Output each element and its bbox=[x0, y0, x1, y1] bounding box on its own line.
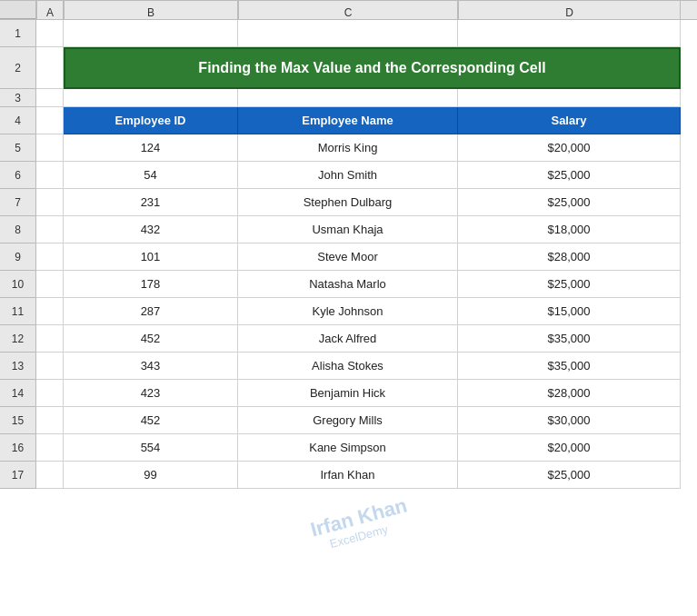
cell-c3[interactable] bbox=[238, 89, 458, 107]
row-header-8: 8 bbox=[0, 216, 36, 243]
cell-c8-name[interactable]: Usman Khaja bbox=[238, 216, 458, 243]
cell-d12-salary[interactable]: $35,000 bbox=[458, 325, 681, 353]
cell-a9[interactable] bbox=[36, 243, 64, 271]
cell-b13-id[interactable]: 343 bbox=[64, 353, 238, 380]
col-header-c: C bbox=[238, 1, 458, 21]
row-header-6: 6 bbox=[0, 162, 36, 189]
cell-b8-id[interactable]: 432 bbox=[64, 216, 238, 243]
grid-row-1 bbox=[36, 20, 697, 47]
cell-b16-id[interactable]: 554 bbox=[64, 434, 238, 462]
cell-c14-name[interactable]: Benjamin Hick bbox=[238, 380, 458, 407]
cell-a11[interactable] bbox=[36, 298, 64, 325]
col-header-b: B bbox=[64, 1, 238, 21]
grid-row-11: 287 Kyle Johnson $15,000 bbox=[36, 298, 697, 325]
cell-c16-name[interactable]: Kane Simpson bbox=[238, 434, 458, 462]
grid-row-14: 423 Benjamin Hick $28,000 bbox=[36, 380, 697, 407]
cell-d13-salary[interactable]: $35,000 bbox=[458, 353, 681, 380]
cell-d17-salary[interactable]: $25,000 bbox=[458, 462, 681, 489]
cell-c9-name[interactable]: Steve Moor bbox=[238, 243, 458, 271]
cell-b5-id[interactable]: 124 bbox=[64, 134, 238, 162]
data-grid: Finding the Max Value and the Correspond… bbox=[36, 20, 697, 489]
cell-a15[interactable] bbox=[36, 407, 64, 434]
cell-d11-salary[interactable]: $15,000 bbox=[458, 298, 681, 325]
cell-b11-id[interactable]: 287 bbox=[64, 298, 238, 325]
title-merged-cell: Finding the Max Value and the Correspond… bbox=[64, 47, 681, 89]
cell-a13[interactable] bbox=[36, 353, 64, 380]
cell-b10-id[interactable]: 178 bbox=[64, 271, 238, 298]
cell-c12-name[interactable]: Jack Alfred bbox=[238, 325, 458, 353]
cell-c1[interactable] bbox=[238, 20, 458, 47]
cell-d1[interactable] bbox=[458, 20, 681, 47]
cell-a1[interactable] bbox=[36, 20, 64, 47]
cell-d8-salary[interactable]: $18,000 bbox=[458, 216, 681, 243]
row-header-17: 17 bbox=[0, 462, 36, 489]
cell-b1[interactable] bbox=[64, 20, 238, 47]
cell-b14-id[interactable]: 423 bbox=[64, 380, 238, 407]
cell-c7-name[interactable]: Stephen Dulbarg bbox=[238, 189, 458, 216]
watermark: Irfan Khan ExcelDemy bbox=[309, 506, 408, 543]
grid-row-3 bbox=[36, 89, 697, 107]
row-header-4: 4 bbox=[0, 107, 36, 134]
cell-a3[interactable] bbox=[36, 89, 64, 107]
cell-a4[interactable] bbox=[36, 107, 64, 134]
cell-b3[interactable] bbox=[64, 89, 238, 107]
corner-cell bbox=[0, 1, 36, 19]
cell-a2[interactable] bbox=[36, 47, 64, 89]
cell-d6-salary[interactable]: $25,000 bbox=[458, 162, 681, 189]
cell-d14-salary[interactable]: $28,000 bbox=[458, 380, 681, 407]
row-header-7: 7 bbox=[0, 189, 36, 216]
data-rows: 124 Morris King $20,000 54 John Smith $2… bbox=[36, 134, 697, 489]
cell-d15-salary[interactable]: $30,000 bbox=[458, 407, 681, 434]
cell-c5-name[interactable]: Morris King bbox=[238, 134, 458, 162]
col-header-employee-id: Employee ID bbox=[64, 107, 238, 134]
grid-row-7: 231 Stephen Dulbarg $25,000 bbox=[36, 189, 697, 216]
cell-b7-id[interactable]: 231 bbox=[64, 189, 238, 216]
cell-b6-id[interactable]: 54 bbox=[64, 162, 238, 189]
cell-a17[interactable] bbox=[36, 462, 64, 489]
cell-d7-salary[interactable]: $25,000 bbox=[458, 189, 681, 216]
row-header-10: 10 bbox=[0, 271, 36, 298]
cell-a12[interactable] bbox=[36, 325, 64, 353]
cell-d16-salary[interactable]: $20,000 bbox=[458, 434, 681, 462]
row-header-1: 1 bbox=[0, 20, 36, 47]
row-headers: 1 2 3 4 5 6 7 8 9 10 11 12 13 14 15 16 1… bbox=[0, 20, 36, 489]
cell-a6[interactable] bbox=[36, 162, 64, 189]
grid-row-12: 452 Jack Alfred $35,000 bbox=[36, 325, 697, 353]
cell-c10-name[interactable]: Natasha Marlo bbox=[238, 271, 458, 298]
cell-c15-name[interactable]: Gregory Mills bbox=[238, 407, 458, 434]
col-header-a: A bbox=[36, 1, 64, 21]
row-header-16: 16 bbox=[0, 434, 36, 462]
cell-d5-salary[interactable]: $20,000 bbox=[458, 134, 681, 162]
row-header-5: 5 bbox=[0, 134, 36, 162]
row-header-15: 15 bbox=[0, 407, 36, 434]
cell-a16[interactable] bbox=[36, 434, 64, 462]
cell-d3[interactable] bbox=[458, 89, 681, 107]
header-employee-id-label: Employee ID bbox=[115, 114, 185, 127]
header-employee-name-label: Employee Name bbox=[302, 114, 393, 127]
cell-a14[interactable] bbox=[36, 380, 64, 407]
cell-b17-id[interactable]: 99 bbox=[64, 462, 238, 489]
row-header-9: 9 bbox=[0, 243, 36, 271]
cell-a10[interactable] bbox=[36, 271, 64, 298]
cell-a5[interactable] bbox=[36, 134, 64, 162]
cell-c6-name[interactable]: John Smith bbox=[238, 162, 458, 189]
cell-d10-salary[interactable]: $25,000 bbox=[458, 271, 681, 298]
watermark-name: Irfan Khan bbox=[307, 493, 409, 541]
cell-b12-id[interactable]: 452 bbox=[64, 325, 238, 353]
watermark-brand: ExcelDemy bbox=[309, 517, 408, 556]
cell-c17-name[interactable]: Irfan Khan bbox=[238, 462, 458, 489]
cell-a8[interactable] bbox=[36, 216, 64, 243]
cell-c11-name[interactable]: Kyle Johnson bbox=[238, 298, 458, 325]
grid-row-6: 54 John Smith $25,000 bbox=[36, 162, 697, 189]
col-header-salary: Salary bbox=[458, 107, 681, 134]
grid-row-9: 101 Steve Moor $28,000 bbox=[36, 243, 697, 271]
row-header-2: 2 bbox=[0, 47, 36, 89]
cell-c13-name[interactable]: Alisha Stokes bbox=[238, 353, 458, 380]
cell-b15-id[interactable]: 452 bbox=[64, 407, 238, 434]
row-header-13: 13 bbox=[0, 353, 36, 380]
cell-d9-salary[interactable]: $28,000 bbox=[458, 243, 681, 271]
grid-row-10: 178 Natasha Marlo $25,000 bbox=[36, 271, 697, 298]
cell-a7[interactable] bbox=[36, 189, 64, 216]
col-header-d: D bbox=[458, 1, 681, 21]
cell-b9-id[interactable]: 101 bbox=[64, 243, 238, 271]
